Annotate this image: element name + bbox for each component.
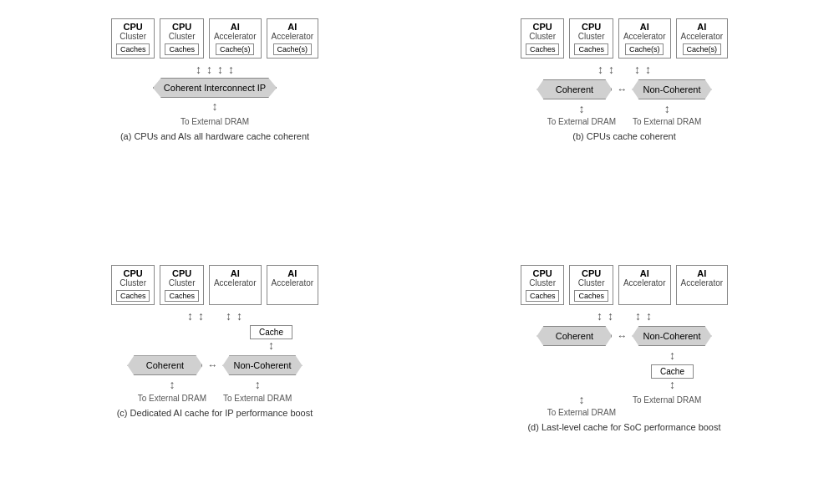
- dram-label-a: To External DRAM: [181, 117, 249, 126]
- cluster-type: AI: [214, 22, 257, 32]
- dram-label-right-b: To External DRAM: [633, 117, 701, 126]
- cluster-sub: Cluster: [116, 32, 150, 41]
- cluster-cpu2-c: CPU Cluster Caches: [160, 265, 204, 305]
- cluster-cpu2-a: CPU Cluster Caches: [160, 18, 204, 59]
- arrow-c1: ↕: [187, 310, 193, 323]
- dram-row-b: ↕ To External DRAM ↕ To External DRAM: [547, 103, 702, 126]
- cluster-type: CPU: [526, 22, 560, 32]
- cache-box: Caches: [116, 290, 150, 302]
- dram-col-right-c: ↕ To External DRAM: [223, 379, 292, 402]
- arrow-b3: ↕: [634, 64, 640, 76]
- cluster-sub: Cluster: [165, 278, 199, 288]
- cluster-type: AI: [681, 22, 724, 32]
- diagram-a: CPU Cluster Caches CPU Cluster Caches AI…: [18, 10, 411, 248]
- dram-col-right-d: To External DRAM: [633, 394, 701, 417]
- noncoherent-banner-b: Non-Coherent: [632, 79, 711, 99]
- arrows-clusters-c: ↕ ↕ ↕ ↕: [187, 310, 242, 323]
- cluster-type: CPU: [116, 268, 150, 278]
- cluster-ai2-d: AI Accelerator: [676, 265, 729, 305]
- ai-cache-c: Cache: [250, 325, 292, 339]
- arrow-dram-left-d: ↕: [578, 394, 584, 406]
- banners-row-b: Coherent ↔ Non-Coherent: [536, 79, 711, 99]
- arrows-to-banner-a: ↕ ↕ ↕ ↕: [196, 64, 234, 76]
- cluster-sub: Cluster: [165, 32, 199, 41]
- main-container: CPU Cluster Caches CPU Cluster Caches AI…: [18, 10, 821, 495]
- cache-box: Caches: [526, 43, 560, 55]
- cluster-type: AI: [681, 268, 724, 278]
- h-arrow-d: ↔: [617, 330, 627, 342]
- ai-cache-col-c: Cache ↕: [250, 323, 292, 352]
- caption-a: (a) CPUs and AIs all hardware cache cohe…: [120, 131, 309, 141]
- arrow-b4: ↕: [645, 64, 651, 76]
- cluster-type: CPU: [165, 22, 199, 32]
- caption-c: (c) Dedicated AI cache for IP performanc…: [117, 408, 313, 418]
- cluster-sub: Accelerator: [272, 32, 314, 41]
- cluster-cpu1-a: CPU Cluster Caches: [111, 18, 155, 59]
- arrow-dram-left-b: ↕: [578, 103, 584, 115]
- caption-d: (d) Last-level cache for SoC performance…: [527, 422, 720, 432]
- cluster-cpu1-c: CPU Cluster Caches: [111, 265, 155, 305]
- cache-box: Caches: [116, 43, 150, 55]
- arrow-down-4: ↕: [228, 64, 234, 76]
- arrows-to-banners-b: ↕ ↕ ↕ ↕: [597, 64, 651, 76]
- arrow-d1: ↕: [597, 310, 603, 323]
- dram-row-c: ↕ To External DRAM ↕ To External DRAM: [138, 379, 292, 402]
- coherent-banner-c: Coherent: [127, 355, 202, 375]
- llc-row-d: ↕ Cache ↕: [555, 349, 694, 392]
- cluster-sub: Cluster: [574, 32, 608, 41]
- dram-col-right-b: ↕ To External DRAM: [633, 103, 701, 126]
- cluster-sub: Cluster: [526, 32, 560, 41]
- cluster-type: CPU: [116, 22, 150, 32]
- dram-col-left-d: ↕ To External DRAM: [547, 394, 616, 417]
- dram-label-left-c: To External DRAM: [138, 394, 206, 403]
- cluster-ai2-c: AI Accelerator: [267, 265, 319, 305]
- cache-box: Cache(s): [216, 43, 255, 55]
- cluster-type: CPU: [574, 268, 608, 278]
- cluster-sub: Accelerator: [214, 32, 257, 41]
- mid-row-c: Cache ↕: [137, 323, 292, 352]
- cluster-sub: Accelerator: [623, 32, 666, 41]
- arrow-d3: ↕: [635, 310, 641, 323]
- arrow-down-3: ↕: [217, 64, 223, 76]
- cluster-sub: Accelerator: [681, 278, 724, 288]
- cluster-cpu2-d: CPU Cluster Caches: [569, 265, 613, 305]
- cluster-cpu2-b: CPU Cluster Caches: [569, 18, 613, 59]
- llc-cache-d: Cache: [651, 364, 694, 379]
- banners-row-c: Coherent ↔ Non-Coherent: [127, 355, 302, 375]
- arrow-dram-right-c: ↕: [255, 379, 261, 391]
- cluster-sub: Accelerator: [623, 278, 666, 288]
- clusters-row-c: CPU Cluster Caches CPU Cluster Caches AI…: [111, 265, 318, 305]
- dram-col-left-c: ↕ To External DRAM: [138, 379, 206, 402]
- coherent-banner-d: Coherent: [536, 326, 612, 346]
- banners-row-d: Coherent ↔ Non-Coherent: [536, 326, 711, 346]
- diagram-d: CPU Cluster Caches CPU Cluster Caches AI…: [428, 257, 821, 495]
- cluster-type: AI: [214, 268, 257, 278]
- cluster-sub: Accelerator: [681, 32, 724, 41]
- right-arrows-b: ↕ ↕: [634, 64, 651, 76]
- cluster-type: AI: [272, 22, 314, 32]
- cluster-ai1-a: AI Accelerator Cache(s): [209, 18, 262, 59]
- arrow-b2: ↕: [608, 64, 614, 76]
- cache-box: Caches: [574, 290, 608, 302]
- arrow-b1: ↕: [597, 64, 603, 76]
- arrow-down-dram-a: ↕: [212, 100, 218, 113]
- cache-box: Cache(s): [625, 43, 664, 55]
- cache-box: Caches: [165, 43, 199, 55]
- cluster-type: AI: [272, 268, 314, 278]
- clusters-row-d: CPU Cluster Caches CPU Cluster Caches AI…: [521, 265, 728, 305]
- arrow-c3: ↕: [226, 310, 231, 323]
- clusters-row-b: CPU Cluster Caches CPU Cluster Caches AI…: [521, 18, 728, 59]
- arrow-down-1: ↕: [196, 64, 201, 76]
- cluster-sub: Accelerator: [214, 278, 257, 288]
- coherent-interconnect-banner-a: Coherent Interconnect IP: [153, 78, 277, 98]
- arrow-c2: ↕: [198, 310, 204, 323]
- arrow-dram-right-b: ↕: [664, 103, 670, 115]
- cluster-ai1-d: AI Accelerator: [618, 265, 671, 305]
- cluster-cpu1-d: CPU Cluster Caches: [521, 265, 565, 305]
- arrow-c4: ↕: [236, 310, 242, 323]
- dram-label-left-d: To External DRAM: [547, 408, 616, 417]
- cluster-sub: Cluster: [526, 278, 560, 288]
- diagram-c: CPU Cluster Caches CPU Cluster Caches AI…: [18, 257, 411, 495]
- arrow-llc-d: ↕: [669, 349, 675, 362]
- cache-box: Caches: [165, 290, 199, 302]
